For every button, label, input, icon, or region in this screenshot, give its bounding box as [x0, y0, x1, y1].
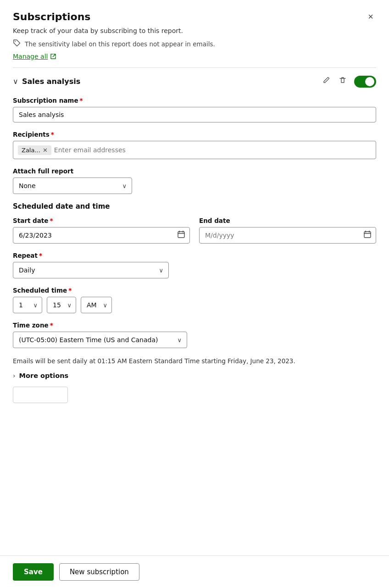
- start-date-label: Start date *: [13, 217, 190, 224]
- external-link-icon: [50, 53, 56, 60]
- subscription-section-header: ∨ Sales analysis: [13, 75, 376, 88]
- save-button[interactable]: Save: [13, 563, 54, 581]
- recipients-field[interactable]: Zala... ✕: [13, 141, 376, 159]
- required-star: *: [80, 97, 83, 104]
- minute-select-wrapper: 00153045 ∨: [47, 297, 76, 313]
- repeat-select-wrapper: Daily Weekly Monthly Hourly ∨: [13, 262, 169, 278]
- end-date-input[interactable]: [199, 227, 376, 244]
- recipients-group: Recipients * Zala... ✕: [13, 131, 376, 159]
- subscription-name-label: Subscription name *: [13, 97, 376, 104]
- schedule-summary: Emails will be sent daily at 01:15 AM Ea…: [13, 356, 376, 366]
- hour-select[interactable]: 1234 5678 9101112: [13, 297, 42, 313]
- time-row: 1234 5678 9101112 ∨ 00153045 ∨ AMPM: [13, 297, 376, 313]
- attach-report-select[interactable]: None PDF PowerPoint: [13, 178, 132, 194]
- end-date-group: End date: [199, 217, 376, 244]
- end-date-label: End date: [199, 217, 376, 224]
- start-date-wrapper: [13, 227, 190, 244]
- subscription-actions: [321, 75, 376, 88]
- panel-header: Subscriptions ×: [13, 11, 376, 22]
- scheduled-time-group: Scheduled time * 1234 5678 9101112 ∨ 001…: [13, 287, 376, 313]
- required-star-time: *: [68, 287, 72, 294]
- minute-select[interactable]: 00153045: [47, 297, 76, 313]
- recipient-tag: Zala... ✕: [18, 145, 51, 155]
- subscription-section-title: Sales analysis: [22, 77, 80, 86]
- manage-all-label: Manage all: [13, 53, 48, 60]
- end-date-wrapper: [199, 227, 376, 244]
- start-date-input[interactable]: [13, 227, 190, 244]
- sensitivity-icon: [13, 39, 21, 49]
- panel-subtitle: Keep track of your data by subscribing t…: [13, 27, 376, 34]
- repeat-label: Repeat *: [13, 252, 376, 259]
- subscriptions-panel: Subscriptions × Keep track of your data …: [0, 0, 389, 588]
- subscription-name-input[interactable]: [13, 107, 376, 122]
- subscription-form: Subscription name * Recipients * Zala...…: [13, 97, 376, 440]
- more-options-label: More options: [19, 372, 69, 379]
- svg-point-0: [15, 41, 16, 42]
- panel-title: Subscriptions: [13, 11, 90, 22]
- email-input[interactable]: [54, 146, 371, 154]
- ampm-select[interactable]: AMPM: [81, 297, 112, 313]
- subscription-title-row: ∨ Sales analysis: [13, 77, 80, 86]
- divider: [13, 67, 376, 68]
- hour-select-wrapper: 1234 5678 9101112 ∨: [13, 297, 42, 313]
- attach-report-group: Attach full report None PDF PowerPoint ∨: [13, 167, 376, 194]
- delete-button[interactable]: [338, 75, 348, 88]
- required-star-tz: *: [50, 322, 53, 329]
- recipient-remove-button[interactable]: ✕: [43, 147, 48, 153]
- schedule-section-title: Scheduled date and time: [13, 202, 376, 211]
- repeat-select[interactable]: Daily Weekly Monthly Hourly: [13, 262, 169, 278]
- edit-button[interactable]: [321, 75, 331, 88]
- recipients-label: Recipients *: [13, 131, 376, 138]
- scheduled-time-label: Scheduled time *: [13, 287, 376, 294]
- more-options-row[interactable]: › More options: [13, 372, 376, 379]
- required-star-repeat: *: [39, 252, 42, 259]
- start-date-group: Start date *: [13, 217, 190, 244]
- collapse-button[interactable]: ∨: [13, 77, 18, 86]
- required-star-recipients: *: [51, 131, 54, 138]
- repeat-group: Repeat * Daily Weekly Monthly Hourly ∨: [13, 252, 376, 278]
- attach-select-wrapper: None PDF PowerPoint ∨: [13, 178, 132, 194]
- subscription-name-group: Subscription name *: [13, 97, 376, 122]
- timezone-group: Time zone * (UTC-05:00) Eastern Time (US…: [13, 322, 376, 348]
- sensitivity-notice: The sensitivity label on this report doe…: [13, 39, 376, 49]
- required-star-start: *: [50, 217, 53, 224]
- date-row: Start date * End date: [13, 217, 376, 244]
- subscription-toggle[interactable]: [354, 76, 376, 88]
- timezone-label: Time zone *: [13, 322, 376, 329]
- new-subscription-button[interactable]: New subscription: [59, 563, 139, 581]
- bottom-bar: Save New subscription: [0, 555, 389, 588]
- more-options-chevron: ›: [13, 372, 16, 379]
- attach-report-label: Attach full report: [13, 167, 376, 175]
- more-options-content: [13, 387, 68, 403]
- sensitivity-text: The sensitivity label on this report doe…: [25, 40, 215, 48]
- timezone-select[interactable]: (UTC-05:00) Eastern Time (US and Canada)…: [13, 332, 187, 348]
- manage-all-link[interactable]: Manage all: [13, 53, 376, 60]
- close-button[interactable]: ×: [365, 11, 376, 22]
- ampm-select-wrapper: AMPM ∨: [81, 297, 112, 313]
- timezone-select-wrapper: (UTC-05:00) Eastern Time (US and Canada)…: [13, 332, 187, 348]
